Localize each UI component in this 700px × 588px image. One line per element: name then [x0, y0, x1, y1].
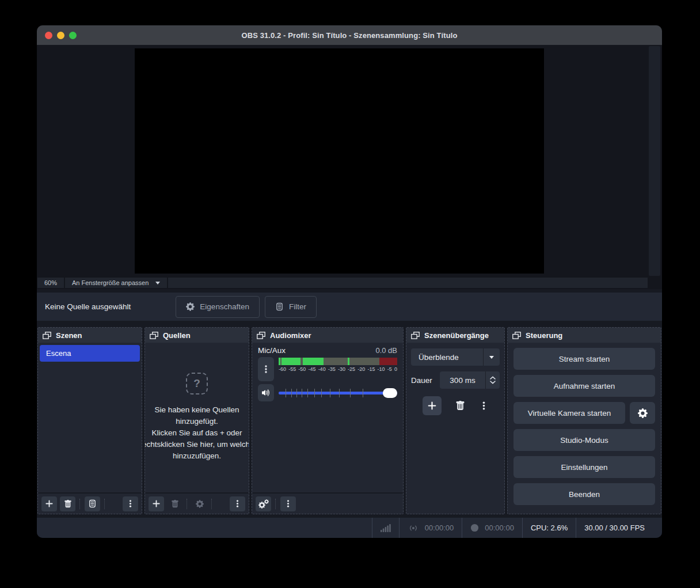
slider-tick: [314, 389, 315, 397]
source-toolbar: Keine Quelle ausgewählt Eigenschaften Fi…: [37, 293, 662, 321]
sources-panel-header[interactable]: Quellen: [145, 328, 249, 343]
filter-icon: [275, 302, 284, 311]
start-virtual-camera-button[interactable]: Virtuelle Kamera starten: [513, 402, 625, 424]
transition-properties-button[interactable]: [479, 401, 489, 411]
fps-section: 30.00 / 30.00 FPS: [576, 518, 662, 538]
filter-button[interactable]: Filter: [265, 296, 317, 318]
list-item: -15: [367, 366, 375, 373]
speaker-icon: [261, 388, 271, 397]
mixer-toolbar: [252, 492, 403, 514]
kebab-menu-icon: [261, 365, 271, 374]
audio-mixer-panel-header[interactable]: Audiomixer: [252, 328, 403, 343]
scene-transitions-panel: Szenenübergänge Überblende Dauer 300 ms: [406, 327, 505, 514]
scene-filters-button[interactable]: [85, 496, 100, 511]
chevron-down-icon[interactable]: [490, 381, 496, 384]
dock-icon: [512, 332, 521, 339]
remove-scene-button[interactable]: [60, 496, 75, 511]
meter-segment: [303, 358, 324, 365]
chevron-up-icon[interactable]: [490, 376, 496, 380]
toolbar-separator: [187, 499, 188, 509]
traffic-lights: [45, 25, 77, 45]
trash-icon: [171, 500, 179, 508]
plus-icon: [152, 499, 161, 508]
kebab-menu-icon: [479, 401, 489, 411]
exit-button[interactable]: Beenden: [513, 483, 655, 505]
preview-area[interactable]: 60% An Fenstergröße anpassen: [37, 45, 662, 289]
fit-to-window-dropdown[interactable]: An Fenstergröße anpassen: [65, 278, 167, 288]
duration-spin-buttons[interactable]: [485, 371, 500, 389]
toolbar-separator: [104, 499, 105, 509]
stream-time-section: 00:00:00: [399, 518, 462, 538]
list-item: -45: [308, 366, 315, 373]
record-time-section: 00:00:00: [462, 518, 522, 538]
virtual-camera-settings-button[interactable]: [630, 402, 655, 424]
add-transition-button[interactable]: [423, 396, 442, 415]
add-source-button[interactable]: [149, 496, 164, 511]
fit-to-window-label: An Fenstergröße anpassen: [72, 279, 149, 286]
audio-mixer-body: Mic/Aux 0.0 dB: [252, 343, 403, 492]
studio-mode-button[interactable]: Studio-Modus: [513, 429, 655, 451]
preview-canvas[interactable]: [135, 48, 544, 274]
list-item: -60: [279, 366, 286, 373]
scenes-more-options-button[interactable]: [123, 496, 138, 511]
mute-toggle-button[interactable]: [258, 384, 274, 401]
settings-button[interactable]: Einstellungen: [513, 456, 655, 478]
start-streaming-button[interactable]: Stream starten: [513, 348, 655, 370]
duration-spinbox[interactable]: 300 ms: [440, 371, 500, 389]
mixer-meter-row: -60-55-50-45-40-35-30-25-20-15-10-50: [258, 357, 397, 381]
volume-slider[interactable]: [279, 384, 397, 401]
plus-icon: [427, 401, 437, 411]
zoom-level-value: 60%: [44, 279, 57, 286]
mixer-channel-options-button[interactable]: [258, 357, 274, 381]
kebab-menu-icon: [126, 499, 135, 508]
zoom-level-chip[interactable]: 60%: [37, 278, 64, 288]
meter-magnitude-tick: [348, 358, 349, 365]
title-bar: OBS 31.0.2 - Profil: Sin Título - Szenen…: [37, 25, 662, 45]
properties-button[interactable]: Eigenschaften: [176, 296, 260, 318]
broadcast-icon: [408, 524, 419, 532]
meter-red-zone: [379, 358, 397, 365]
scene-transitions-panel-header[interactable]: Szenenübergänge: [406, 328, 504, 343]
controls-panel-title: Steuerung: [526, 331, 562, 340]
source-properties-button[interactable]: [192, 496, 207, 511]
duration-value: 300 ms: [440, 376, 485, 385]
transition-select-value: Überblende: [411, 353, 483, 362]
sources-list[interactable]: ? Sie haben keine Quellenhinzugefügt.Kli…: [145, 343, 249, 492]
virtual-camera-row: Virtuelle Kamera starten: [513, 402, 655, 424]
close-window-button[interactable]: [45, 32, 52, 39]
advanced-audio-properties-button[interactable]: [256, 496, 271, 511]
no-source-selected-label: Keine Quelle ausgewählt: [45, 302, 131, 311]
minimize-window-button[interactable]: [57, 32, 64, 39]
kebab-menu-icon: [284, 499, 292, 508]
start-recording-button[interactable]: Aufnahme starten: [513, 375, 655, 397]
toolbar-separator: [79, 499, 81, 509]
slider-tick: [307, 389, 308, 397]
remove-transition-button[interactable]: [455, 401, 465, 411]
volume-slider-handle[interactable]: [383, 388, 397, 398]
slider-tick: [363, 389, 363, 397]
slider-tick: [296, 389, 297, 397]
zoom-window-button[interactable]: [69, 32, 77, 39]
mixer-more-options-button[interactable]: [280, 496, 296, 511]
preview-horizontal-scrollbar[interactable]: [168, 278, 648, 288]
transition-select[interactable]: Überblende: [411, 348, 500, 366]
scene-list-item-selected[interactable]: Escena: [40, 345, 140, 362]
add-scene-button[interactable]: [41, 496, 57, 511]
list-item: -40: [318, 366, 326, 373]
trash-icon: [455, 401, 465, 411]
cpu-usage-section: CPU: 2.6%: [522, 518, 576, 538]
slider-tick: [286, 389, 286, 397]
preview-vertical-scrollbar[interactable]: [649, 46, 660, 276]
scene-transitions-body: Überblende Dauer 300 ms: [406, 343, 504, 514]
scenes-panel-header[interactable]: Szenen: [38, 328, 142, 343]
controls-panel-header[interactable]: Steuerung: [508, 328, 661, 343]
slider-tick: [330, 389, 330, 397]
sources-more-options-button[interactable]: [230, 496, 245, 511]
filter-button-label: Filter: [289, 302, 306, 311]
gears-icon: [258, 499, 269, 509]
list-item: Sie haben keine Quellen: [154, 404, 239, 416]
gear-icon: [196, 500, 204, 508]
question-placeholder-icon: ?: [186, 373, 208, 394]
filter-icon: [88, 499, 97, 508]
remove-source-button[interactable]: [167, 496, 182, 511]
